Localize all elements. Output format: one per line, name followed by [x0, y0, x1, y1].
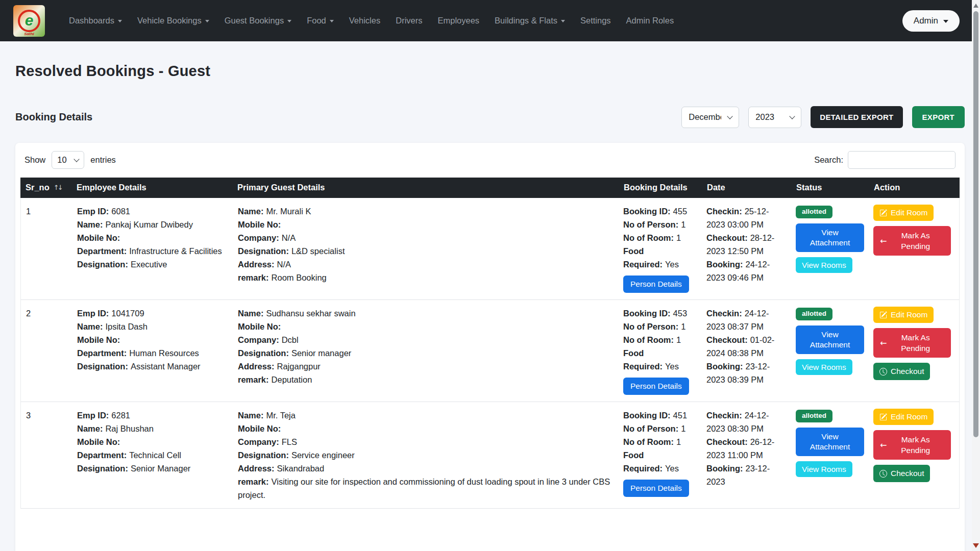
header-action[interactable]: Action	[869, 178, 960, 198]
nav-item[interactable]: Dashboards	[62, 11, 129, 31]
name-label: Name:	[238, 309, 263, 318]
nav-item[interactable]: Employees	[431, 11, 486, 31]
guest-address-value: Rajgangpur	[277, 362, 321, 371]
detailed-export-button[interactable]: DETAILED EXPORT	[811, 106, 902, 128]
checkout-button[interactable]: Checkout	[873, 363, 930, 380]
export-button[interactable]: EXPORT	[912, 106, 965, 128]
mobile-label: Mobile No:	[77, 335, 120, 344]
view-attachment-button[interactable]: View Attachment	[796, 223, 864, 252]
emp-id-value: 6281	[111, 411, 130, 420]
booking-id-label: Booking ID:	[623, 207, 671, 216]
no-of-room-value: 1	[676, 335, 681, 344]
person-details-button[interactable]: Person Details	[623, 378, 689, 395]
header-employee-details[interactable]: Employee Details	[71, 178, 232, 198]
person-details-button[interactable]: Person Details	[623, 276, 689, 293]
no-of-person-label: No of Person:	[623, 220, 678, 229]
year-select[interactable]: 2023	[748, 107, 801, 128]
pencil-square-icon	[879, 311, 887, 319]
header-status[interactable]: Status	[791, 178, 869, 198]
view-rooms-button[interactable]: View Rooms	[796, 461, 852, 477]
emp-id-label: Emp ID:	[77, 411, 109, 420]
mark-as-pending-button[interactable]: ← Mark As Pending	[873, 430, 951, 460]
nav-item[interactable]: Drivers	[389, 11, 429, 31]
sr-no-cell: 3	[21, 402, 72, 508]
guest-address-value: Sikandrabad	[277, 464, 325, 473]
search-group: Search:	[814, 151, 955, 169]
scroll-down-arrow-icon[interactable]	[973, 543, 979, 548]
nav-item[interactable]: Admin Roles	[620, 11, 681, 31]
name-label: Name:	[238, 411, 263, 420]
header-sr-no[interactable]: Sr_no ↑↓	[20, 178, 71, 198]
edit-room-button[interactable]: Edit Room	[873, 205, 934, 221]
brand-logo[interactable]: e Sathi	[13, 5, 45, 37]
brand-subtitle: Sathi	[24, 32, 34, 36]
food-required-value: Yes	[665, 464, 679, 473]
admin-menu-button[interactable]: Admin	[902, 10, 960, 32]
booking-id-value: 455	[673, 207, 688, 216]
nav-item[interactable]: Food	[300, 11, 340, 31]
view-rooms-button[interactable]: View Rooms	[796, 257, 852, 273]
person-details-button[interactable]: Person Details	[623, 480, 689, 497]
month-select[interactable]: December	[681, 107, 739, 128]
section-title: Booking Details	[15, 111, 92, 123]
page-size-select[interactable]: 10	[52, 151, 84, 169]
edit-room-button[interactable]: Edit Room	[873, 409, 934, 425]
booking-details-cell: Booking ID:455 No of Person:1 No of Room…	[618, 198, 701, 299]
employee-department-value: Infrastructure & Facilities	[129, 246, 222, 256]
guest-company-value: Dcbl	[282, 335, 299, 344]
booking-details-cell: Booking ID:451 No of Person:1 No of Room…	[618, 402, 701, 508]
guest-name-value: Mr. Murali K	[266, 207, 311, 216]
table-row: 1 Emp ID:6081 Name:Pankaj Kumar Dwibedy …	[20, 198, 960, 300]
header-booking-details[interactable]: Booking Details	[619, 178, 702, 198]
address-label: Address:	[238, 260, 275, 269]
checkout-button[interactable]: Checkout	[873, 465, 930, 482]
main-content: Resolved Bookings - Guest Booking Detail…	[0, 63, 980, 551]
remark-label: remark:	[238, 273, 269, 282]
search-input[interactable]	[848, 151, 955, 169]
status-cell: allotted View Attachment View Rooms	[791, 402, 868, 508]
chevron-down-icon	[943, 20, 948, 23]
mark-as-pending-label: Mark As Pending	[887, 230, 944, 252]
no-of-room-value: 1	[676, 437, 681, 446]
nav-item-label: Guest Bookings	[225, 16, 284, 26]
mobile-label: Mobile No:	[238, 322, 281, 331]
vertical-scrollbar	[972, 0, 980, 551]
no-of-room-label: No of Room:	[623, 233, 674, 242]
emp-id-label: Emp ID:	[77, 207, 109, 216]
header-primary-guest-details[interactable]: Primary Guest Details	[232, 178, 619, 198]
header-date[interactable]: Date	[702, 178, 791, 198]
nav-item[interactable]: Vehicle Bookings	[131, 11, 216, 31]
mark-as-pending-button[interactable]: ← Mark As Pending	[873, 328, 951, 358]
nav-item[interactable]: Settings	[574, 11, 618, 31]
show-label: Show	[24, 155, 45, 165]
table-body: 1 Emp ID:6081 Name:Pankaj Kumar Dwibedy …	[20, 198, 960, 509]
date-cell: Checkin:25-12-2023 03:00 PM Checkout:28-…	[701, 198, 791, 299]
nav-item[interactable]: Guest Bookings	[218, 11, 298, 31]
booking-date-label: Booking:	[706, 464, 743, 473]
company-label: Company:	[238, 233, 279, 242]
guest-remark-value: Deputation	[272, 375, 312, 384]
designation-label: Designation:	[77, 362, 128, 371]
edit-room-button[interactable]: Edit Room	[873, 307, 934, 323]
view-rooms-button[interactable]: View Rooms	[796, 359, 852, 375]
no-of-person-label: No of Person:	[623, 424, 678, 433]
edit-room-label: Edit Room	[891, 310, 927, 319]
nav-item[interactable]: Vehicles	[342, 11, 387, 31]
employee-department-value: Technical Cell	[129, 450, 181, 460]
scrollbar-thumb[interactable]	[973, 11, 978, 437]
clock-icon	[879, 368, 887, 375]
view-attachment-button[interactable]: View Attachment	[796, 428, 864, 456]
name-label: Name:	[77, 424, 103, 433]
food-required-label: Food Required:	[623, 246, 663, 269]
no-of-person-value: 1	[681, 220, 685, 229]
table-row: 2 Emp ID:1041709 Name:Ipsita Dash Mobile…	[20, 300, 960, 402]
mark-as-pending-button[interactable]: ← Mark As Pending	[873, 226, 951, 256]
scroll-up-arrow-icon[interactable]	[973, 4, 978, 8]
guest-details-cell: Name:Mr. Teja Mobile No: Company:FLS Des…	[233, 402, 618, 508]
sort-icon[interactable]: ↑↓	[54, 184, 62, 191]
employee-department-value: Human Resources	[129, 348, 199, 358]
date-cell: Checkin:24-12-2023 08:37 PM Checkout:01-…	[701, 300, 791, 402]
view-attachment-button[interactable]: View Attachment	[796, 325, 864, 354]
nav-item[interactable]: Buildings & Flats	[488, 11, 572, 31]
nav-item-label: Drivers	[396, 16, 422, 26]
